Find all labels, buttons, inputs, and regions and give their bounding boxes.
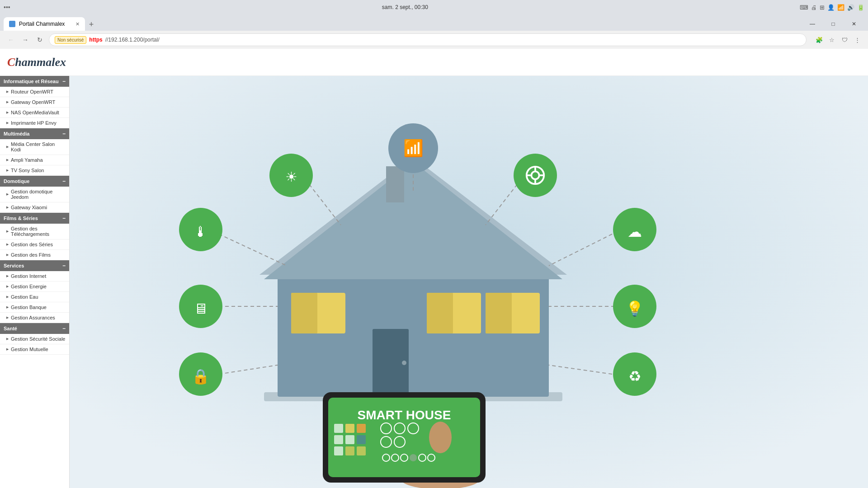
- sidebar-item-banque[interactable]: Gestion Banque: [0, 302, 69, 313]
- print-icon: 🖨: [811, 4, 817, 11]
- sidebar-item-films[interactable]: Gestion des Films: [0, 250, 69, 260]
- collapse-films[interactable]: −: [62, 215, 66, 221]
- sidebar-item-xiaomi[interactable]: Gateway Xiaomi: [0, 202, 69, 213]
- section-label-sante: Santé: [4, 326, 17, 331]
- datetime-display: sam. 2 sept., 00:30: [382, 4, 428, 10]
- smart-house-container: SMART HOUSE: [70, 76, 868, 488]
- browser-chrome: ••• sam. 2 sept., 00:30 ⌨ 🖨 ⊞ 👤 📶 🔊 🔋 Po…: [0, 0, 868, 49]
- collapse-sante[interactable]: −: [62, 325, 66, 332]
- section-header-services[interactable]: Services −: [0, 260, 69, 271]
- sidebar-item-label: Gestion Internet: [11, 273, 46, 279]
- svg-text:SMART HOUSE: SMART HOUSE: [358, 408, 451, 422]
- extension-button[interactable]: 🧩: [814, 34, 825, 45]
- tab-favicon: [9, 21, 15, 27]
- url-box[interactable]: Non sécurisé https //192.168.1.200/porta…: [49, 33, 807, 46]
- svg-point-53: [514, 154, 557, 197]
- bookmark-button[interactable]: ☆: [826, 34, 837, 45]
- section-header-domotique[interactable]: Domotique −: [0, 176, 69, 187]
- sidebar-item-gateway-openwrt[interactable]: Gateway OpenWRT: [0, 97, 69, 108]
- sidebar-item-kodi[interactable]: Média Center Salon Kodi: [0, 139, 69, 155]
- svg-rect-9: [427, 293, 453, 333]
- sidebar-item-label: Gestion Banque: [11, 305, 47, 310]
- sidebar-item-label: Gestion des Films: [11, 252, 51, 258]
- logo: Chammalex: [7, 56, 66, 69]
- sidebar-item-imprimante[interactable]: Imprimante HP Envy: [0, 118, 69, 128]
- sidebar-item-ampli[interactable]: Ampli Yamaha: [0, 155, 69, 165]
- section-header-multimedia[interactable]: Multimédia −: [0, 128, 69, 139]
- back-button[interactable]: ←: [5, 34, 16, 45]
- collapse-services[interactable]: −: [62, 263, 66, 269]
- browser-actions: 🧩 ☆ 🛡 ⋮: [814, 34, 863, 45]
- svg-rect-27: [357, 446, 366, 455]
- grid-icon: ⊞: [820, 4, 825, 11]
- window-controls: — □ ✕: [802, 17, 864, 31]
- reload-button[interactable]: ↻: [34, 34, 45, 45]
- tab-close-button[interactable]: ✕: [75, 21, 80, 27]
- address-bar: ← → ↻ Non sécurisé https //192.168.1.200…: [0, 31, 868, 49]
- forward-button[interactable]: →: [20, 34, 31, 45]
- sidebar-item-energie[interactable]: Gestion Energie: [0, 282, 69, 292]
- system-tray: ⌨ 🖨 ⊞ 👤 📶 🔊 🔋: [800, 4, 864, 11]
- svg-text:🔒: 🔒: [192, 368, 210, 385]
- shield-button[interactable]: 🛡: [839, 34, 850, 45]
- smart-house-svg: SMART HOUSE: [70, 76, 868, 488]
- title-bar: ••• sam. 2 sept., 00:30 ⌨ 🖨 ⊞ 👤 📶 🔊 🔋: [0, 0, 868, 14]
- section-header-films[interactable]: Films & Séries −: [0, 213, 69, 224]
- section-label-domotique: Domotique: [4, 178, 29, 184]
- window-dots: •••: [4, 4, 10, 11]
- active-tab[interactable]: Portail Chammalex ✕: [4, 17, 85, 31]
- svg-text:☀: ☀: [285, 169, 297, 184]
- sidebar-item-label: Gateway Xiaomi: [11, 205, 47, 210]
- section-header-informatique[interactable]: Informatique et Réseau −: [0, 76, 69, 87]
- svg-text:🖥: 🖥: [193, 300, 208, 317]
- sidebar-item-mutuelle[interactable]: Gestion Mutuelle: [0, 344, 69, 355]
- page-wrapper: Informatique et Réseau − Routeur OpenWRT…: [0, 76, 868, 488]
- sidebar-item-eau[interactable]: Gestion Eau: [0, 292, 69, 302]
- svg-rect-11: [486, 293, 512, 333]
- insecure-badge: Non sécurisé: [55, 36, 86, 44]
- maximize-button[interactable]: □: [823, 17, 844, 31]
- tab-title: Portail Chammalex: [19, 21, 65, 27]
- svg-rect-19: [334, 424, 343, 433]
- collapse-domotique[interactable]: −: [62, 178, 66, 184]
- section-label-informatique: Informatique et Réseau: [4, 79, 59, 84]
- sidebar-item-assurances[interactable]: Gestion Assurances: [0, 313, 69, 323]
- site-header: Chammalex: [0, 49, 868, 76]
- more-button[interactable]: ⋮: [852, 34, 863, 45]
- sidebar-item-securite-sociale[interactable]: Gestion Sécurité Sociale: [0, 334, 69, 344]
- svg-rect-24: [357, 435, 366, 444]
- sidebar-item-label: Gateway OpenWRT: [11, 99, 55, 105]
- svg-text:📶: 📶: [403, 138, 424, 158]
- collapse-multimedia[interactable]: −: [62, 131, 66, 137]
- new-tab-button[interactable]: +: [85, 18, 98, 31]
- sidebar-item-label: Gestion Assurances: [11, 315, 55, 320]
- sidebar-item-telechargements[interactable]: Gestion des Téléchargements: [0, 224, 69, 239]
- sidebar-item-label: Gestion Eau: [11, 294, 38, 300]
- sidebar-item-nas[interactable]: NAS OpenMediaVault: [0, 108, 69, 118]
- sidebar-item-internet[interactable]: Gestion Internet: [0, 271, 69, 282]
- sidebar-item-label: NAS OpenMediaVault: [11, 110, 59, 115]
- sidebar-item-label: Média Center Salon Kodi: [11, 141, 66, 152]
- section-label-services: Services: [4, 263, 24, 268]
- collapse-informatique[interactable]: −: [62, 78, 66, 84]
- svg-point-36: [410, 454, 417, 461]
- svg-rect-5: [386, 166, 404, 202]
- logo-c: C: [7, 56, 15, 69]
- minimize-button[interactable]: —: [802, 17, 823, 31]
- section-label-multimedia: Multimédia: [4, 131, 29, 136]
- menu-dots[interactable]: •••: [4, 4, 10, 11]
- sidebar-item-tv[interactable]: TV Sony Salon: [0, 165, 69, 176]
- sidebar-item-label: TV Sony Salon: [11, 168, 44, 173]
- svg-text:🌡: 🌡: [193, 224, 208, 240]
- close-button[interactable]: ✕: [844, 17, 864, 31]
- sidebar-item-label: Ampli Yamaha: [11, 157, 43, 163]
- sidebar-item-jeedom[interactable]: Gestion domotique Jeedom: [0, 187, 69, 202]
- section-label-films: Films & Séries: [4, 216, 38, 221]
- sidebar-item-series[interactable]: Gestion des Séries: [0, 239, 69, 250]
- tab-bar: Portail Chammalex ✕ + — □ ✕: [0, 14, 868, 31]
- sidebar: Informatique et Réseau − Routeur OpenWRT…: [0, 76, 70, 488]
- svg-rect-21: [357, 424, 366, 433]
- section-header-sante[interactable]: Santé −: [0, 323, 69, 334]
- sidebar-item-routeur-openwrt[interactable]: Routeur OpenWRT: [0, 87, 69, 97]
- svg-point-13: [402, 361, 406, 365]
